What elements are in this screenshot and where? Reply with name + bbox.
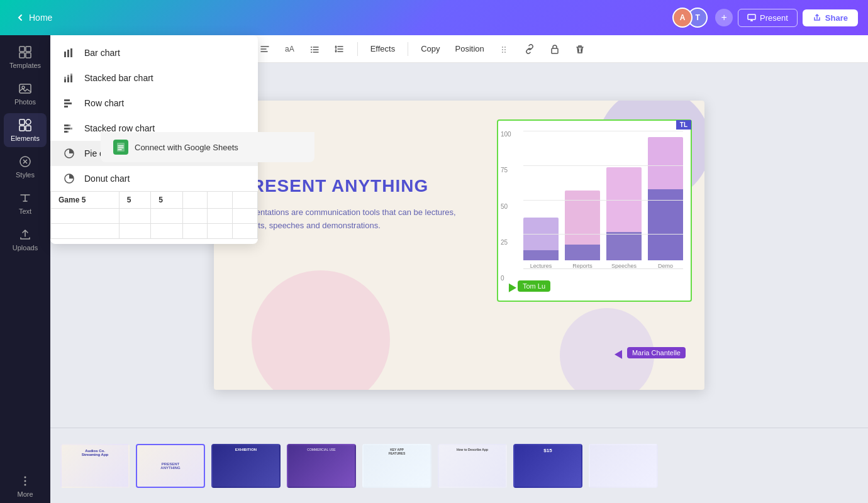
sidebar-elements-label: Elements xyxy=(11,135,40,142)
table-cell xyxy=(51,224,120,239)
slide-thumb-5[interactable]: KEY APPFEATURES xyxy=(362,444,431,488)
menu-item-stacked-bar[interactable]: Stacked bar chart xyxy=(50,65,258,91)
table-cell: Game 5 xyxy=(51,192,120,209)
slide-thumb-4[interactable]: COMMERCIAL USE xyxy=(287,444,356,488)
slide-thumb-label-3: EXHIBITION xyxy=(213,445,279,454)
gs-connect-label: Connect with Google Sheets xyxy=(135,143,238,152)
sidebar-item-more[interactable]: More xyxy=(4,469,47,503)
effects-button[interactable]: Effects xyxy=(365,41,401,56)
home-button[interactable]: Home xyxy=(10,10,57,25)
menu-item-donut-chart[interactable]: Donut chart xyxy=(50,166,258,191)
grid-icon xyxy=(18,45,32,59)
svg-point-23 xyxy=(504,52,506,53)
table-cell xyxy=(182,224,208,239)
svg-rect-34 xyxy=(64,99,70,101)
chart-container[interactable]: TL 0 25 50 75 100 xyxy=(497,119,692,302)
bar-label-speeches: Speeches xyxy=(611,263,637,269)
menu-item-row-chart[interactable]: Row chart xyxy=(50,91,258,116)
slide-thumb-2[interactable]: PRESENTANYTHING xyxy=(136,444,205,488)
sidebar-item-photos[interactable]: Photos xyxy=(4,77,47,111)
lock-button[interactable] xyxy=(545,41,565,57)
chart-type-dropdown: Bar chart Stacked bar chart Row chart St… xyxy=(50,35,258,244)
home-label: Home xyxy=(29,13,52,23)
svg-rect-39 xyxy=(64,128,70,130)
toolbar-separator-3 xyxy=(357,42,358,56)
slide-thumb-6[interactable]: How to Describe App xyxy=(438,444,507,488)
sidebar-photos-label: Photos xyxy=(14,98,36,106)
svg-rect-24 xyxy=(552,48,558,53)
bar-label-demo: Demo xyxy=(658,263,673,269)
left-sidebar: Templates Photos Elements Styles Text Up… xyxy=(0,35,50,503)
link-button[interactable] xyxy=(520,41,540,57)
svg-point-22 xyxy=(504,49,506,50)
slide-thumb-1[interactable]: Audios Co.Streaming App xyxy=(60,444,130,488)
text-case-button[interactable]: aA xyxy=(280,42,299,56)
bar-chart-icon xyxy=(63,47,75,59)
line-spacing-icon xyxy=(335,44,345,54)
sidebar-item-styles[interactable]: Styles xyxy=(4,150,47,184)
list-icon xyxy=(309,44,320,54)
link-icon xyxy=(525,44,535,54)
svg-rect-42 xyxy=(67,131,69,133)
svg-point-12 xyxy=(25,477,26,478)
position-button[interactable]: Position xyxy=(450,41,489,56)
collapse-panel-button[interactable] xyxy=(450,428,468,428)
bar-label-lectures: Lectures xyxy=(530,263,552,269)
sidebar-item-elements[interactable]: Elements xyxy=(4,113,47,147)
slide-panel: Audios Co.Streaming App PRESENTANYTHING … xyxy=(50,428,868,503)
list-button[interactable] xyxy=(304,41,325,57)
stacked-bar-icon xyxy=(63,72,75,84)
blob-decoration-2 xyxy=(252,270,390,390)
menu-item-bar-chart[interactable]: Bar chart xyxy=(50,40,258,65)
text-case-label: aA xyxy=(285,45,294,53)
tl-badge: TL xyxy=(676,120,691,130)
svg-rect-36 xyxy=(64,106,68,108)
delete-button[interactable] xyxy=(570,41,590,57)
data-table: Game 5 5 5 xyxy=(50,191,258,239)
delete-icon xyxy=(575,44,585,54)
svg-rect-1 xyxy=(19,47,25,52)
slide-thumb-3[interactable]: EXHIBITION xyxy=(211,444,281,488)
copy-button[interactable]: Copy xyxy=(416,41,445,56)
present-button[interactable]: Present xyxy=(738,9,798,27)
slide-title: PRESENT ANYTHING xyxy=(239,176,478,196)
svg-point-17 xyxy=(311,52,312,53)
chevron-left-icon xyxy=(15,13,25,23)
slide-thumb-8[interactable] xyxy=(589,444,658,488)
table-cell xyxy=(119,224,150,239)
share-button[interactable]: Share xyxy=(803,9,858,26)
svg-point-16 xyxy=(311,49,312,50)
svg-point-14 xyxy=(25,484,26,486)
tooltip-maria: Maria Chantelle xyxy=(627,347,686,358)
share-icon xyxy=(813,13,821,22)
connect-google-sheets-button[interactable]: Connect with Google Sheets xyxy=(101,132,314,162)
svg-rect-2 xyxy=(26,47,31,52)
svg-rect-4 xyxy=(26,53,31,58)
slide-thumb-7[interactable]: $15 xyxy=(513,444,582,488)
bar-speeches: Speeches xyxy=(606,131,642,269)
stacked-row-icon xyxy=(63,122,75,135)
effects-label: Effects xyxy=(370,44,396,53)
slide-text-content: PRESENT ANYTHING Presentations are commu… xyxy=(239,176,478,233)
svg-rect-25 xyxy=(64,52,66,57)
cursor-maria: Maria Chantelle xyxy=(616,350,686,358)
drag-handle[interactable] xyxy=(494,41,515,57)
sidebar-item-templates[interactable]: Templates xyxy=(4,40,47,74)
sidebar-templates-label: Templates xyxy=(9,62,41,69)
sidebar-item-uploads[interactable]: Uploads xyxy=(4,223,47,257)
slide-thumb-label-1: Audios Co.Streaming App xyxy=(62,445,128,460)
svg-rect-0 xyxy=(748,14,755,19)
slide-thumb-label-4: COMMERCIAL USE xyxy=(288,445,355,454)
present-icon xyxy=(747,13,756,22)
pie-chart-icon xyxy=(63,147,75,160)
table-cell xyxy=(208,192,233,209)
table-cell: 5 xyxy=(119,192,150,209)
align-icon xyxy=(260,44,270,54)
line-spacing-button[interactable] xyxy=(330,41,350,57)
svg-point-13 xyxy=(25,480,26,482)
sidebar-more-label: More xyxy=(17,490,33,498)
bar-lectures: Lectures xyxy=(523,131,559,269)
add-collaborator-button[interactable]: + xyxy=(715,9,733,26)
sidebar-item-text[interactable]: Text xyxy=(4,186,47,220)
text-icon xyxy=(18,191,32,205)
